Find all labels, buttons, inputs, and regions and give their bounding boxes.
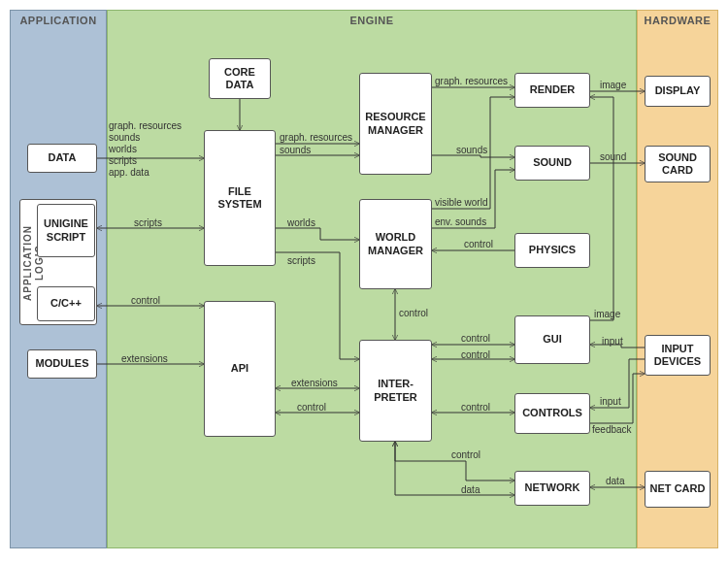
block-ccpp: C/C++ — [37, 286, 95, 321]
label-rm-sound: sounds — [456, 145, 487, 155]
label-controls-interp: control — [461, 402, 490, 413]
label-controls-input: input — [600, 396, 621, 407]
label-gui-interp: control — [461, 333, 490, 344]
block-file-system: FILE SYSTEM — [204, 130, 276, 266]
label-api-interp-ctrl: control — [297, 402, 326, 413]
label-controls-feedback: feedback — [592, 424, 632, 435]
label-net-data: data — [461, 484, 480, 495]
label-wm-render: visible world — [435, 197, 487, 208]
block-network: NETWORK — [514, 471, 590, 506]
label-net-netcard: data — [606, 476, 624, 486]
block-core-data: CORE DATA — [209, 58, 271, 99]
label-interp-ctrl2: control — [461, 349, 490, 360]
block-interpreter: INTER-PRETER — [359, 340, 432, 442]
block-unigine-script: UNIGINE SCRIPT — [37, 204, 95, 257]
block-input-devices: INPUT DEVICES — [645, 335, 711, 376]
label-wm-sound: env. sounds — [435, 216, 486, 227]
label-net-ctrl: control — [451, 449, 480, 460]
label-wm-interp: control — [399, 308, 428, 318]
column-hardware-title: HARDWARE — [638, 15, 717, 26]
label-api-interp-ext: extensions — [291, 378, 338, 388]
block-modules: MODULES — [27, 349, 97, 379]
block-render: RENDER — [514, 73, 590, 108]
block-sound-card: SOUND CARD — [645, 146, 711, 182]
block-gui: GUI — [514, 315, 590, 364]
label-sound-sc: sound — [600, 151, 626, 162]
label-fs-rm-graph: graph. resources — [280, 132, 352, 143]
label-gui-input: input — [602, 336, 623, 347]
block-physics: PHYSICS — [514, 233, 590, 268]
block-net-card: NET CARD — [645, 471, 711, 508]
label-script-fs: scripts — [134, 217, 162, 228]
label-rm-render: graph. resources — [435, 76, 508, 86]
block-sound: SOUND — [514, 146, 590, 181]
block-resource-manager: RESOURCE MANAGER — [359, 73, 432, 175]
block-data: DATA — [27, 144, 97, 173]
column-application-title: APPLICATION — [11, 15, 106, 26]
column-engine-title: ENGINE — [108, 15, 636, 26]
label-modules-api: extensions — [121, 353, 168, 364]
block-controls: CONTROLS — [514, 393, 590, 434]
label-fs-wm: worlds — [287, 217, 315, 228]
block-display: DISPLAY — [645, 76, 711, 107]
block-world-manager: WORLD MANAGER — [359, 199, 432, 289]
label-data-fs: graph. resources sounds worlds scripts a… — [109, 120, 182, 179]
label-ccpp-api: control — [131, 295, 160, 306]
label-fs-rm-sounds: sounds — [280, 145, 311, 155]
label-gui-render: image — [594, 309, 620, 319]
label-physics-wm: control — [464, 239, 493, 249]
label-fs-interp: scripts — [287, 255, 315, 266]
label-render-display: image — [600, 80, 626, 90]
block-api: API — [204, 301, 276, 437]
